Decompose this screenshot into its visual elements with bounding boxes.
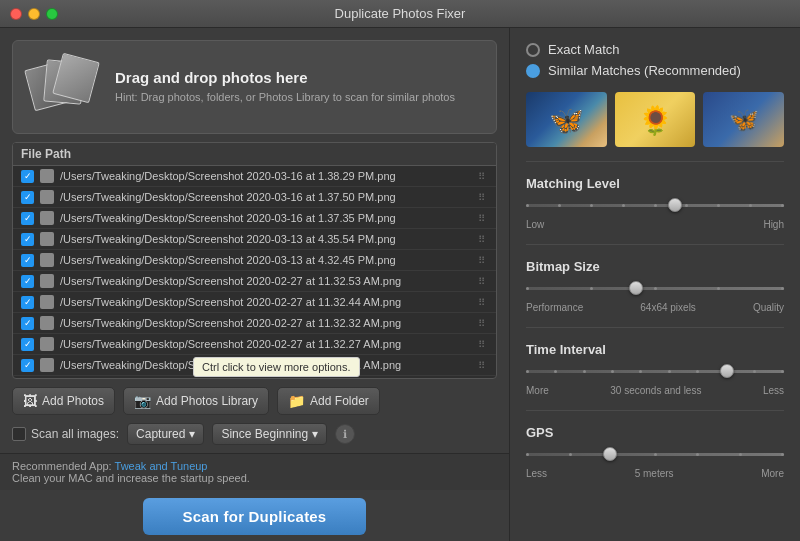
scan-for-duplicates-button[interactable]: Scan for Duplicates — [143, 498, 367, 535]
bitmap-size-bar — [526, 287, 784, 290]
exact-match-radio[interactable] — [526, 43, 540, 57]
gps-labels: Less 5 meters More — [526, 468, 784, 479]
drag-handle-icon: ⠿ — [478, 192, 488, 203]
dot — [583, 370, 586, 373]
file-row[interactable]: ✓/Users/Tweaking/Desktop/Screenshot 2020… — [13, 355, 496, 376]
gps-thumb[interactable] — [603, 447, 617, 461]
dot — [781, 453, 784, 456]
time-interval-track[interactable] — [526, 363, 784, 379]
add-folder-button[interactable]: 📁 Add Folder — [277, 387, 380, 415]
scan-all-checkbox-box[interactable] — [12, 427, 26, 441]
file-path-text: /Users/Tweaking/Desktop/Screenshot 2020-… — [60, 317, 472, 329]
matching-level-label: Matching Level — [526, 176, 784, 191]
photo-stack — [29, 57, 99, 117]
recommended-link[interactable]: Tweak and Tuneup — [115, 460, 208, 472]
matching-level-thumb[interactable] — [668, 198, 682, 212]
time-interval-dots — [526, 370, 784, 373]
time-interval-value: 30 seconds and less — [610, 385, 701, 396]
dot — [569, 453, 572, 456]
file-checkbox[interactable]: ✓ — [21, 317, 34, 330]
dot — [654, 204, 657, 207]
dot — [749, 204, 752, 207]
footer-description: Clean your MAC and increase the startup … — [12, 472, 250, 484]
similar-match-option[interactable]: Similar Matches (Recommended) — [526, 63, 784, 78]
gps-bar — [526, 453, 784, 456]
exact-match-option[interactable]: Exact Match — [526, 42, 784, 57]
bitmap-size-thumb[interactable] — [629, 281, 643, 295]
drop-zone[interactable]: Drag and drop photos here Hint: Drag pho… — [12, 40, 497, 134]
drop-zone-heading: Drag and drop photos here — [115, 69, 455, 86]
file-row[interactable]: ✓/Users/Tweaking/Desktop/Screenshot 2020… — [13, 187, 496, 208]
file-checkbox[interactable]: ✓ — [21, 338, 34, 351]
drag-handle-icon: ⠿ — [478, 255, 488, 266]
gps-track[interactable] — [526, 446, 784, 462]
file-list-scroll[interactable]: ✓/Users/Tweaking/Desktop/Screenshot 2020… — [13, 166, 496, 378]
captured-select[interactable]: Captured ▾ — [127, 423, 204, 445]
file-checkbox[interactable]: ✓ — [21, 191, 34, 204]
matching-level-high: High — [763, 219, 784, 230]
add-library-icon: 📷 — [134, 393, 151, 409]
file-type-icon — [40, 295, 54, 309]
sample-butterfly-1 — [526, 92, 607, 147]
since-beginning-label: Since Beginning — [221, 427, 308, 441]
file-row[interactable]: ✓/Users/Tweaking/Desktop/Screenshot 2020… — [13, 229, 496, 250]
file-row[interactable]: ✓/Users/Tweaking/Desktop/Screenshot 2020… — [13, 250, 496, 271]
scan-all-checkbox[interactable]: Scan all images: — [12, 427, 119, 441]
drop-zone-text: Drag and drop photos here Hint: Drag pho… — [115, 69, 455, 105]
time-interval-labels: More 30 seconds and less Less — [526, 385, 784, 396]
file-path-text: /Users/Tweaking/Desktop/Screenshot 2020-… — [60, 254, 472, 266]
file-row[interactable]: ✓/Users/Tweaking/Desktop/Screenshot 2020… — [13, 292, 496, 313]
sample-sunflower — [615, 92, 696, 147]
file-row[interactable]: ✓/Users/Tweaking/Desktop/Screenshot 2020… — [13, 376, 496, 378]
file-row[interactable]: ✓/Users/Tweaking/Desktop/Screenshot 2020… — [13, 313, 496, 334]
file-checkbox[interactable]: ✓ — [21, 254, 34, 267]
file-row[interactable]: ✓/Users/Tweaking/Desktop/Screenshot 2020… — [13, 166, 496, 187]
file-path-text: /Users/Tweaking/Desktop/Screenshot 2020-… — [60, 296, 472, 308]
close-button[interactable] — [10, 8, 22, 20]
file-checkbox[interactable]: ✓ — [21, 212, 34, 225]
file-type-icon — [40, 232, 54, 246]
file-checkbox[interactable]: ✓ — [21, 275, 34, 288]
time-interval-thumb[interactable] — [720, 364, 734, 378]
scan-all-label: Scan all images: — [31, 427, 119, 441]
bitmap-size-label: Bitmap Size — [526, 259, 784, 274]
dot — [739, 453, 742, 456]
matching-level-section: Matching Level — [526, 176, 784, 230]
file-checkbox[interactable]: ✓ — [21, 359, 34, 372]
file-checkbox[interactable]: ✓ — [21, 296, 34, 309]
similar-match-radio[interactable] — [526, 64, 540, 78]
bitmap-size-pixels: 64x64 pixels — [640, 302, 696, 313]
dot — [668, 370, 671, 373]
dot — [696, 370, 699, 373]
scan-button-row: Scan for Duplicates — [0, 490, 509, 541]
left-panel: Drag and drop photos here Hint: Drag pho… — [0, 28, 510, 541]
add-photos-library-button[interactable]: 📷 Add Photos Library — [123, 387, 269, 415]
similar-match-label: Similar Matches (Recommended) — [548, 63, 741, 78]
file-type-icon — [40, 358, 54, 372]
dot — [753, 370, 756, 373]
file-type-icon — [40, 190, 54, 204]
add-photos-icon: 🖼 — [23, 393, 37, 409]
bitmap-size-track[interactable] — [526, 280, 784, 296]
add-photos-button[interactable]: 🖼 Add Photos — [12, 387, 115, 415]
exact-match-label: Exact Match — [548, 42, 620, 57]
file-type-icon — [40, 274, 54, 288]
file-checkbox[interactable]: ✓ — [21, 170, 34, 183]
matching-level-track[interactable] — [526, 197, 784, 213]
title-bar: Duplicate Photos Fixer — [0, 0, 800, 28]
file-row[interactable]: ✓/Users/Tweaking/Desktop/Screenshot 2020… — [13, 271, 496, 292]
dot — [526, 370, 529, 373]
drag-handle-icon: ⠿ — [478, 339, 488, 350]
gps-less: Less — [526, 468, 547, 479]
maximize-button[interactable] — [46, 8, 58, 20]
file-row[interactable]: ✓/Users/Tweaking/Desktop/Screenshot 2020… — [13, 208, 496, 229]
drag-handle-icon: ⠿ — [478, 318, 488, 329]
info-button[interactable]: ℹ — [335, 424, 355, 444]
minimize-button[interactable] — [28, 8, 40, 20]
file-row[interactable]: ✓/Users/Tweaking/Desktop/Screenshot 2020… — [13, 334, 496, 355]
since-beginning-select[interactable]: Since Beginning ▾ — [212, 423, 327, 445]
file-checkbox[interactable]: ✓ — [21, 233, 34, 246]
dot — [685, 204, 688, 207]
dot — [717, 287, 720, 290]
file-list-header: File Path — [13, 143, 496, 166]
